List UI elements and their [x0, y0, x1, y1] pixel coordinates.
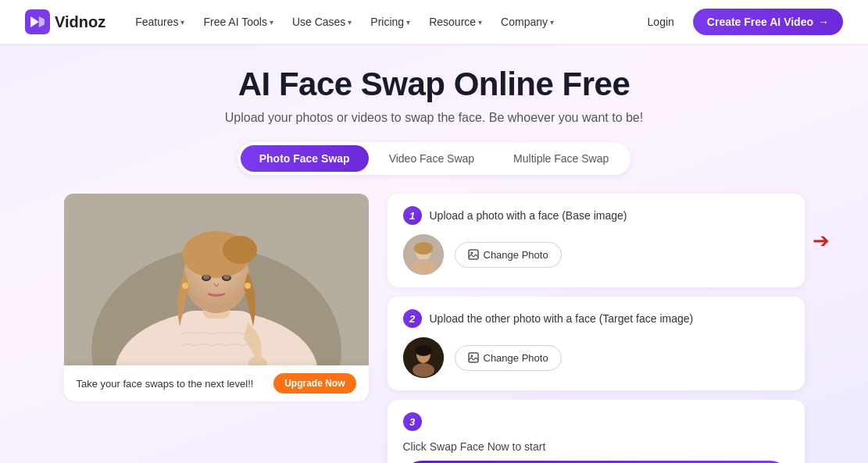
- step-3-card: 3 Click Swap Face Now to start Swap Face…: [388, 400, 805, 463]
- step-1-label: Upload a photo with a face (Base image): [430, 208, 627, 223]
- svg-point-24: [415, 345, 432, 356]
- content-area: Take your face swaps to the next level!!…: [52, 194, 817, 463]
- main-content: AI Face Swap Online Free Upload your pho…: [0, 44, 868, 463]
- tab-video-face-swap[interactable]: Video Face Swap: [370, 145, 493, 172]
- nav-company[interactable]: Company ▾: [493, 11, 562, 33]
- arrow-right-icon: →: [818, 16, 829, 28]
- nav-free-ai-tools[interactable]: Free AI Tools ▾: [195, 11, 280, 33]
- svg-point-14: [245, 283, 251, 289]
- svg-point-27: [470, 355, 473, 358]
- svg-point-11: [203, 275, 209, 280]
- tab-multiple-face-swap[interactable]: Multiple Face Swap: [495, 145, 627, 172]
- step-1-badge: 1: [403, 206, 422, 225]
- step-3-body: Click Swap Face Now to start Swap Face N…: [403, 440, 789, 463]
- step-2-avatar: [403, 337, 444, 378]
- step-1-change-photo-button[interactable]: Change Photo: [455, 242, 562, 268]
- step-2-card: 2 Upload the other photo with a face (Ta…: [388, 297, 805, 390]
- chevron-down-icon: ▾: [406, 18, 410, 27]
- step-1-header: 1 Upload a photo with a face (Base image…: [403, 206, 789, 225]
- step-3-hint: Click Swap Face Now to start: [403, 440, 789, 453]
- hero-subtitle: Upload your photos or videos to swap the…: [225, 111, 643, 125]
- nav-links: Features ▾ Free AI Tools ▾ Use Cases ▾ P…: [127, 11, 639, 33]
- step-1-avatar: [403, 234, 444, 275]
- nav-pricing[interactable]: Pricing ▾: [363, 11, 418, 33]
- hero-title: AI Face Swap Online Free: [238, 66, 630, 103]
- chevron-down-icon: ▾: [550, 18, 554, 27]
- tab-photo-face-swap[interactable]: Photo Face Swap: [241, 145, 369, 172]
- upgrade-text: Take your face swaps to the next level!!: [77, 378, 254, 390]
- logo[interactable]: Vidnoz: [25, 9, 105, 34]
- svg-point-25: [413, 363, 434, 377]
- nav-features[interactable]: Features ▾: [127, 11, 192, 33]
- step-2-change-photo-button[interactable]: Change Photo: [455, 345, 562, 371]
- nav-resource[interactable]: Resource ▾: [421, 11, 490, 33]
- step-2-label: Upload the other photo with a face (Targ…: [430, 312, 694, 326]
- create-free-video-button[interactable]: Create Free AI Video →: [693, 9, 843, 35]
- step-2-badge: 2: [403, 309, 422, 328]
- svg-point-12: [223, 275, 230, 280]
- logo-text: Vidnoz: [55, 13, 105, 31]
- step-1-body: Change Photo: [403, 234, 789, 275]
- svg-rect-26: [469, 353, 478, 362]
- svg-point-21: [470, 252, 473, 255]
- svg-rect-20: [469, 250, 478, 259]
- step-3-header: 3: [403, 412, 789, 431]
- login-button[interactable]: Login: [640, 11, 682, 33]
- arrow-2-icon: ➔: [813, 460, 830, 463]
- chevron-down-icon: ▾: [478, 18, 482, 27]
- image-icon: [468, 249, 479, 260]
- navbar: Vidnoz Features ▾ Free AI Tools ▾ Use Ca…: [0, 0, 868, 44]
- left-panel: Take your face swaps to the next level!!…: [64, 194, 369, 401]
- step-3-badge: 3: [403, 412, 422, 431]
- logo-icon: [25, 9, 50, 34]
- nav-right: Login Create Free AI Video →: [640, 9, 843, 35]
- svg-point-13: [182, 283, 188, 289]
- svg-point-8: [223, 236, 257, 264]
- tab-group: Photo Face Swap Video Face Swap Multiple…: [238, 142, 631, 175]
- right-panel: 1 Upload a photo with a face (Base image…: [388, 194, 805, 463]
- nav-use-cases[interactable]: Use Cases ▾: [284, 11, 359, 33]
- step-2-header: 2 Upload the other photo with a face (Ta…: [403, 309, 789, 328]
- svg-point-19: [411, 259, 436, 275]
- chevron-down-icon: ▾: [180, 18, 184, 27]
- step-1-card: 1 Upload a photo with a face (Base image…: [388, 194, 805, 287]
- upgrade-now-button[interactable]: Upgrade Now: [273, 373, 355, 394]
- chevron-down-icon: ▾: [348, 18, 352, 27]
- image-icon: [468, 352, 479, 363]
- chevron-down-icon: ▾: [270, 18, 273, 27]
- step-2-body: Change Photo: [403, 337, 789, 378]
- svg-point-18: [414, 242, 433, 255]
- arrow-1-icon: ➔: [813, 229, 830, 253]
- upgrade-banner: Take your face swaps to the next level!!…: [64, 365, 369, 401]
